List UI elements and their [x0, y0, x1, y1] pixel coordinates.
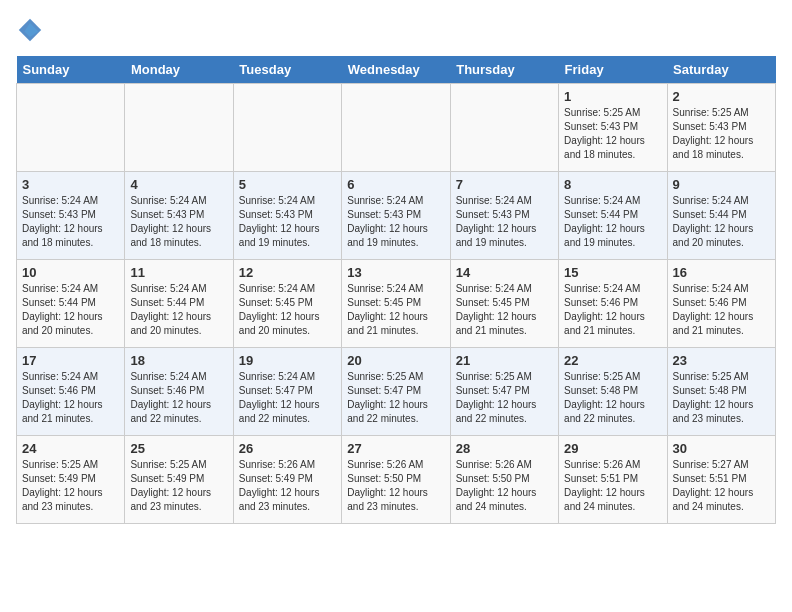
- calendar-cell: 12Sunrise: 5:24 AM Sunset: 5:45 PM Dayli…: [233, 260, 341, 348]
- calendar-cell: 11Sunrise: 5:24 AM Sunset: 5:44 PM Dayli…: [125, 260, 233, 348]
- days-of-week-row: SundayMondayTuesdayWednesdayThursdayFrid…: [17, 56, 776, 84]
- calendar-table: SundayMondayTuesdayWednesdayThursdayFrid…: [16, 56, 776, 524]
- calendar-cell: 18Sunrise: 5:24 AM Sunset: 5:46 PM Dayli…: [125, 348, 233, 436]
- day-number: 14: [456, 265, 553, 280]
- calendar-cell: 8Sunrise: 5:24 AM Sunset: 5:44 PM Daylig…: [559, 172, 667, 260]
- day-number: 19: [239, 353, 336, 368]
- calendar-cell: 6Sunrise: 5:24 AM Sunset: 5:43 PM Daylig…: [342, 172, 450, 260]
- calendar-cell: 4Sunrise: 5:24 AM Sunset: 5:43 PM Daylig…: [125, 172, 233, 260]
- calendar-cell: 17Sunrise: 5:24 AM Sunset: 5:46 PM Dayli…: [17, 348, 125, 436]
- day-of-week-header: Monday: [125, 56, 233, 84]
- calendar-cell: [342, 84, 450, 172]
- calendar-cell: 21Sunrise: 5:25 AM Sunset: 5:47 PM Dayli…: [450, 348, 558, 436]
- calendar-cell: 14Sunrise: 5:24 AM Sunset: 5:45 PM Dayli…: [450, 260, 558, 348]
- day-of-week-header: Sunday: [17, 56, 125, 84]
- day-number: 3: [22, 177, 119, 192]
- day-info: Sunrise: 5:24 AM Sunset: 5:43 PM Dayligh…: [456, 194, 553, 250]
- day-number: 8: [564, 177, 661, 192]
- day-info: Sunrise: 5:25 AM Sunset: 5:49 PM Dayligh…: [130, 458, 227, 514]
- day-info: Sunrise: 5:25 AM Sunset: 5:43 PM Dayligh…: [564, 106, 661, 162]
- day-number: 30: [673, 441, 770, 456]
- day-number: 9: [673, 177, 770, 192]
- day-info: Sunrise: 5:24 AM Sunset: 5:43 PM Dayligh…: [239, 194, 336, 250]
- day-info: Sunrise: 5:24 AM Sunset: 5:46 PM Dayligh…: [564, 282, 661, 338]
- day-number: 11: [130, 265, 227, 280]
- day-number: 6: [347, 177, 444, 192]
- calendar-cell: 16Sunrise: 5:24 AM Sunset: 5:46 PM Dayli…: [667, 260, 775, 348]
- day-number: 18: [130, 353, 227, 368]
- calendar-cell: 27Sunrise: 5:26 AM Sunset: 5:50 PM Dayli…: [342, 436, 450, 524]
- day-info: Sunrise: 5:25 AM Sunset: 5:48 PM Dayligh…: [673, 370, 770, 426]
- page-header: [16, 16, 776, 44]
- day-number: 15: [564, 265, 661, 280]
- day-info: Sunrise: 5:24 AM Sunset: 5:47 PM Dayligh…: [239, 370, 336, 426]
- day-info: Sunrise: 5:26 AM Sunset: 5:50 PM Dayligh…: [347, 458, 444, 514]
- day-info: Sunrise: 5:25 AM Sunset: 5:43 PM Dayligh…: [673, 106, 770, 162]
- day-info: Sunrise: 5:24 AM Sunset: 5:46 PM Dayligh…: [673, 282, 770, 338]
- day-info: Sunrise: 5:25 AM Sunset: 5:47 PM Dayligh…: [347, 370, 444, 426]
- calendar-cell: 9Sunrise: 5:24 AM Sunset: 5:44 PM Daylig…: [667, 172, 775, 260]
- calendar-cell: 29Sunrise: 5:26 AM Sunset: 5:51 PM Dayli…: [559, 436, 667, 524]
- day-number: 20: [347, 353, 444, 368]
- calendar-cell: 13Sunrise: 5:24 AM Sunset: 5:45 PM Dayli…: [342, 260, 450, 348]
- day-number: 17: [22, 353, 119, 368]
- calendar-header: SundayMondayTuesdayWednesdayThursdayFrid…: [17, 56, 776, 84]
- calendar-cell: [233, 84, 341, 172]
- day-info: Sunrise: 5:24 AM Sunset: 5:43 PM Dayligh…: [22, 194, 119, 250]
- day-of-week-header: Friday: [559, 56, 667, 84]
- calendar-week-row: 24Sunrise: 5:25 AM Sunset: 5:49 PM Dayli…: [17, 436, 776, 524]
- calendar-cell: 10Sunrise: 5:24 AM Sunset: 5:44 PM Dayli…: [17, 260, 125, 348]
- calendar-cell: 24Sunrise: 5:25 AM Sunset: 5:49 PM Dayli…: [17, 436, 125, 524]
- calendar-cell: 23Sunrise: 5:25 AM Sunset: 5:48 PM Dayli…: [667, 348, 775, 436]
- day-info: Sunrise: 5:26 AM Sunset: 5:51 PM Dayligh…: [564, 458, 661, 514]
- day-number: 26: [239, 441, 336, 456]
- day-number: 22: [564, 353, 661, 368]
- day-info: Sunrise: 5:24 AM Sunset: 5:45 PM Dayligh…: [347, 282, 444, 338]
- day-number: 1: [564, 89, 661, 104]
- day-of-week-header: Wednesday: [342, 56, 450, 84]
- calendar-cell: 26Sunrise: 5:26 AM Sunset: 5:49 PM Dayli…: [233, 436, 341, 524]
- calendar-cell: 28Sunrise: 5:26 AM Sunset: 5:50 PM Dayli…: [450, 436, 558, 524]
- day-info: Sunrise: 5:24 AM Sunset: 5:44 PM Dayligh…: [564, 194, 661, 250]
- day-number: 29: [564, 441, 661, 456]
- day-number: 16: [673, 265, 770, 280]
- day-info: Sunrise: 5:26 AM Sunset: 5:50 PM Dayligh…: [456, 458, 553, 514]
- day-info: Sunrise: 5:25 AM Sunset: 5:47 PM Dayligh…: [456, 370, 553, 426]
- day-info: Sunrise: 5:25 AM Sunset: 5:48 PM Dayligh…: [564, 370, 661, 426]
- day-info: Sunrise: 5:24 AM Sunset: 5:43 PM Dayligh…: [130, 194, 227, 250]
- day-of-week-header: Saturday: [667, 56, 775, 84]
- day-number: 24: [22, 441, 119, 456]
- calendar-week-row: 10Sunrise: 5:24 AM Sunset: 5:44 PM Dayli…: [17, 260, 776, 348]
- calendar-cell: 15Sunrise: 5:24 AM Sunset: 5:46 PM Dayli…: [559, 260, 667, 348]
- day-info: Sunrise: 5:24 AM Sunset: 5:44 PM Dayligh…: [22, 282, 119, 338]
- calendar-week-row: 3Sunrise: 5:24 AM Sunset: 5:43 PM Daylig…: [17, 172, 776, 260]
- calendar-body: 1Sunrise: 5:25 AM Sunset: 5:43 PM Daylig…: [17, 84, 776, 524]
- day-info: Sunrise: 5:24 AM Sunset: 5:45 PM Dayligh…: [239, 282, 336, 338]
- logo-icon: [16, 16, 44, 44]
- day-info: Sunrise: 5:24 AM Sunset: 5:45 PM Dayligh…: [456, 282, 553, 338]
- logo: [16, 16, 48, 44]
- day-info: Sunrise: 5:24 AM Sunset: 5:43 PM Dayligh…: [347, 194, 444, 250]
- day-info: Sunrise: 5:27 AM Sunset: 5:51 PM Dayligh…: [673, 458, 770, 514]
- day-number: 27: [347, 441, 444, 456]
- day-number: 2: [673, 89, 770, 104]
- day-info: Sunrise: 5:24 AM Sunset: 5:44 PM Dayligh…: [130, 282, 227, 338]
- calendar-cell: 25Sunrise: 5:25 AM Sunset: 5:49 PM Dayli…: [125, 436, 233, 524]
- calendar-cell: 19Sunrise: 5:24 AM Sunset: 5:47 PM Dayli…: [233, 348, 341, 436]
- calendar-cell: 20Sunrise: 5:25 AM Sunset: 5:47 PM Dayli…: [342, 348, 450, 436]
- calendar-cell: 3Sunrise: 5:24 AM Sunset: 5:43 PM Daylig…: [17, 172, 125, 260]
- calendar-week-row: 1Sunrise: 5:25 AM Sunset: 5:43 PM Daylig…: [17, 84, 776, 172]
- day-info: Sunrise: 5:25 AM Sunset: 5:49 PM Dayligh…: [22, 458, 119, 514]
- calendar-cell: 7Sunrise: 5:24 AM Sunset: 5:43 PM Daylig…: [450, 172, 558, 260]
- day-number: 5: [239, 177, 336, 192]
- calendar-cell: [17, 84, 125, 172]
- calendar-cell: 5Sunrise: 5:24 AM Sunset: 5:43 PM Daylig…: [233, 172, 341, 260]
- day-number: 28: [456, 441, 553, 456]
- day-info: Sunrise: 5:24 AM Sunset: 5:46 PM Dayligh…: [22, 370, 119, 426]
- day-number: 23: [673, 353, 770, 368]
- calendar-week-row: 17Sunrise: 5:24 AM Sunset: 5:46 PM Dayli…: [17, 348, 776, 436]
- day-info: Sunrise: 5:24 AM Sunset: 5:44 PM Dayligh…: [673, 194, 770, 250]
- day-of-week-header: Thursday: [450, 56, 558, 84]
- calendar-cell: 1Sunrise: 5:25 AM Sunset: 5:43 PM Daylig…: [559, 84, 667, 172]
- calendar-cell: 2Sunrise: 5:25 AM Sunset: 5:43 PM Daylig…: [667, 84, 775, 172]
